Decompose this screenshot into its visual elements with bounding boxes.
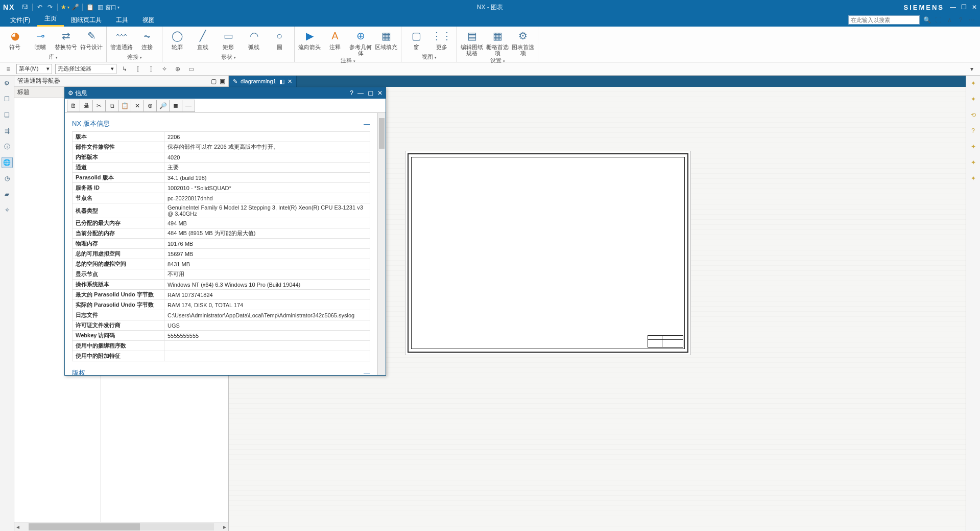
right-tool-5-icon[interactable]: ✦	[968, 141, 979, 152]
menu-tab-4[interactable]: 视图	[135, 14, 162, 27]
search-icon[interactable]: 🔍	[923, 16, 931, 24]
redo-icon[interactable]: ↷	[45, 2, 55, 12]
circle-button[interactable]: ○圆	[268, 29, 291, 50]
menu-tab-1[interactable]: 主页	[37, 12, 64, 27]
tb-wrap-icon[interactable]: ≣	[169, 100, 182, 112]
hamburger-icon[interactable]: ≡	[3, 64, 13, 74]
flow-arrow-button[interactable]: ▶流向箭头	[298, 29, 321, 50]
dialog-minimize-icon[interactable]: —	[357, 89, 364, 97]
help-icon[interactable]: ?	[957, 16, 965, 24]
clipboard-icon[interactable]: 📋	[85, 2, 95, 12]
right-tool-6-icon[interactable]: ✦	[968, 157, 979, 168]
left-flow-icon[interactable]: ⇶	[2, 125, 13, 136]
navigator-column-header[interactable]: 标题	[17, 88, 30, 97]
section-collapse-icon[interactable]: —	[364, 120, 370, 128]
right-tool-1-icon[interactable]: ✦	[968, 78, 979, 89]
section-collapse-icon-2[interactable]: —	[364, 370, 370, 376]
belt-icon-5[interactable]: ⊕	[173, 64, 183, 74]
document-tab[interactable]: ✎ diagramming1 ◧ ✕	[229, 76, 297, 87]
minimize-button[interactable]: —	[950, 4, 956, 11]
replace-symbol-button[interactable]: ⇄替换符号	[54, 29, 78, 50]
left-clock-icon[interactable]: ◷	[2, 173, 13, 184]
dialog-maximize-icon[interactable]: ▢	[368, 89, 373, 97]
belt-icon-4[interactable]: ✧	[159, 64, 170, 74]
tb-cut-icon[interactable]: ✂	[92, 100, 106, 112]
search-input[interactable]	[848, 15, 920, 25]
belt-overflow-icon[interactable]: ▾	[967, 64, 977, 74]
tab-pin-icon[interactable]: ◧	[279, 78, 284, 85]
menu-tab-0[interactable]: 文件(F)	[3, 14, 37, 27]
window-dropdown[interactable]: 窗口	[105, 2, 119, 12]
more-icon[interactable]: ⋯	[968, 16, 976, 24]
dialog-close-icon[interactable]: ✕	[377, 89, 383, 97]
dialog-content[interactable]: NX 版本信息— 版本2206部件文件兼容性保存的部件可以在 2206 或更高版…	[65, 113, 377, 375]
dialog-help-icon[interactable]: ?	[350, 89, 353, 97]
area-fill-button[interactable]: ▦区域填充	[374, 29, 398, 50]
right-tool-3-icon[interactable]: ⟲	[968, 109, 979, 121]
profile-button[interactable]: ◯轮廓	[165, 29, 189, 50]
tb-minus-icon[interactable]: —	[182, 100, 195, 112]
windows-icon[interactable]: ▥	[95, 2, 105, 12]
ribbon-group-label[interactable]: 库	[3, 53, 103, 62]
edit-sheet-spec-button[interactable]: ▤编辑图纸规格	[460, 29, 484, 56]
tb-print-icon[interactable]: 🖶	[80, 100, 93, 112]
chart-prefs-button[interactable]: ⚙图表首选项	[511, 29, 535, 56]
ribbon-group-label[interactable]: 设置	[460, 56, 535, 65]
fullscreen-icon[interactable]: ⛶	[934, 16, 942, 24]
ribbon-group-label[interactable]: 连接	[110, 53, 159, 62]
left-info-icon[interactable]: ⓘ	[2, 141, 13, 152]
tb-paste-icon[interactable]: 📋	[118, 100, 131, 112]
maximize-button[interactable]: ❐	[961, 4, 967, 11]
line-button[interactable]: ╱直线	[191, 29, 214, 50]
collapse-ribbon-icon[interactable]: ∧	[945, 16, 953, 24]
right-tool-7-icon[interactable]: ✦	[968, 173, 979, 184]
undo-icon[interactable]: ↶	[35, 2, 45, 12]
right-tool-2-icon[interactable]: ✦	[968, 94, 979, 105]
mic-icon[interactable]: 🎤	[70, 2, 80, 12]
rectangle-button[interactable]: ▭矩形	[217, 29, 240, 50]
scroll-right-icon[interactable]: ▸	[221, 523, 228, 530]
tb-save-icon[interactable]: 🗎	[67, 100, 80, 112]
scroll-left-icon[interactable]: ◂	[14, 523, 21, 530]
belt-icon-3[interactable]: ⟧	[146, 64, 156, 74]
belt-icon-1[interactable]: ↳	[119, 64, 130, 74]
favorites-icon[interactable]: ★	[60, 2, 70, 12]
left-tools-icon[interactable]: ✧	[2, 204, 13, 216]
symbol-design-button[interactable]: ✎符号设计	[80, 29, 103, 50]
left-cube-icon[interactable]: ❒	[2, 94, 13, 105]
nozzle-button[interactable]: ⊸喷嘴	[29, 29, 52, 50]
right-tool-4-icon[interactable]: ?	[968, 125, 979, 136]
left-gear-icon[interactable]: ⚙	[2, 78, 13, 89]
belt-icon-6[interactable]: ▭	[186, 64, 196, 74]
tb-target-icon[interactable]: ⊕	[144, 100, 157, 112]
navigator-detach-icon[interactable]: ▢	[211, 78, 217, 85]
navigator-close-icon[interactable]: ▣	[220, 78, 225, 85]
left-cube2-icon[interactable]: ❏	[2, 109, 13, 121]
menu-tab-3[interactable]: 工具	[109, 14, 135, 27]
symbol-button[interactable]: ◕符号	[3, 29, 27, 50]
belt-icon-2[interactable]: ⟦	[133, 64, 143, 74]
left-palette-icon[interactable]: ▰	[2, 189, 13, 200]
connect-button[interactable]: ⏦连接	[135, 29, 159, 50]
tb-copy-icon[interactable]: ⧉	[105, 100, 118, 112]
close-button[interactable]: ✕	[972, 4, 977, 11]
tb-find-icon[interactable]: 🔎	[156, 100, 170, 112]
more-button[interactable]: ⋮⋮更多	[430, 29, 453, 50]
window-button[interactable]: ▢窗	[404, 29, 428, 50]
left-globe-icon[interactable]: 🌐	[2, 157, 13, 168]
ref-geom-button[interactable]: ⊕参考几何体	[349, 29, 372, 56]
tab-close-icon[interactable]: ✕	[288, 78, 292, 85]
dialog-vscroll[interactable]	[377, 113, 386, 375]
dialog-titlebar[interactable]: ⚙ 信息 ? — ▢ ✕	[65, 87, 386, 99]
ribbon-group-label[interactable]: 视图	[404, 53, 453, 62]
menu-dropdown[interactable]: 菜单(M)▾	[16, 64, 52, 74]
menu-tab-2[interactable]: 图纸页工具	[64, 14, 109, 27]
annotate-button[interactable]: A注释	[323, 29, 347, 50]
navigator-hscroll[interactable]: ◂ ▸	[14, 522, 228, 531]
arc-button[interactable]: ◠弧线	[242, 29, 266, 50]
pipe-route-button[interactable]: 〰管道通路	[110, 29, 133, 50]
filter-dropdown[interactable]: 无选择过滤器▾	[55, 64, 116, 74]
tb-delete-icon[interactable]: ✕	[131, 100, 144, 112]
ribbon-group-label[interactable]: 形状	[165, 53, 291, 62]
save-icon[interactable]: 🖫	[20, 2, 30, 12]
